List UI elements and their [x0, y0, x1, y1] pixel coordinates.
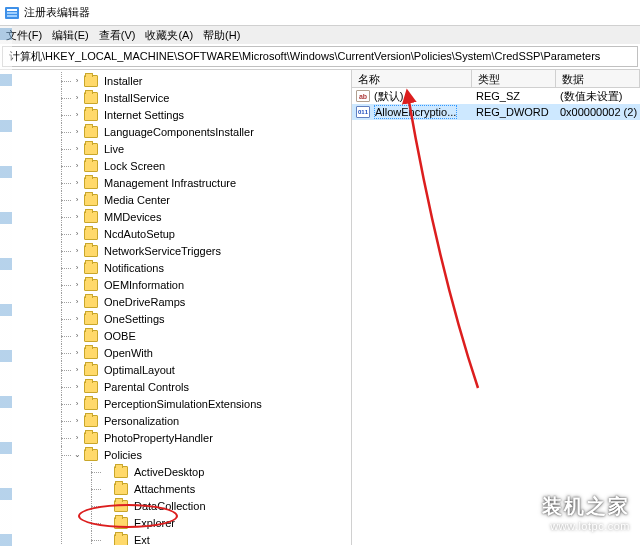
folder-icon — [84, 432, 98, 444]
tree-item[interactable]: ›PhotoPropertyHandler — [72, 429, 351, 446]
tree-item[interactable]: ›Lock Screen — [72, 157, 351, 174]
menu-edit[interactable]: 编辑(E) — [52, 28, 89, 42]
tree-item[interactable]: ActiveDesktop — [102, 463, 351, 480]
tree-item-label: Explorer — [132, 517, 177, 529]
chevron-right-icon[interactable]: › — [72, 399, 82, 409]
chevron-right-icon[interactable]: › — [72, 229, 82, 239]
folder-icon — [84, 75, 98, 87]
titlebar: 注册表编辑器 — [0, 0, 640, 26]
chevron-right-icon[interactable]: › — [72, 161, 82, 171]
chevron-right-icon[interactable]: › — [72, 144, 82, 154]
chevron-right-icon[interactable]: › — [72, 110, 82, 120]
reg-string-icon: ab — [356, 90, 370, 102]
chevron-right-icon[interactable]: › — [72, 416, 82, 426]
chevron-right-icon[interactable]: › — [72, 127, 82, 137]
folder-icon — [84, 347, 98, 359]
chevron-right-icon[interactable]: › — [72, 382, 82, 392]
chevron-right-icon[interactable]: › — [72, 263, 82, 273]
col-header-type[interactable]: 类型 — [472, 70, 556, 87]
menu-file[interactable]: 文件(F) — [6, 28, 42, 42]
value-row[interactable]: 011AllowEncryptio...REG_DWORD0x00000002 … — [352, 104, 640, 120]
tree-item[interactable]: ›NetworkServiceTriggers — [72, 242, 351, 259]
chevron-right-icon[interactable]: › — [72, 93, 82, 103]
chevron-right-icon[interactable]: › — [72, 433, 82, 443]
expander-none — [102, 501, 112, 511]
folder-icon — [84, 245, 98, 257]
chevron-right-icon[interactable]: › — [72, 348, 82, 358]
tree-item[interactable]: ›NcdAutoSetup — [72, 225, 351, 242]
tree-item[interactable]: ›OpenWith — [72, 344, 351, 361]
chevron-right-icon[interactable]: › — [72, 365, 82, 375]
chevron-right-icon[interactable]: › — [72, 212, 82, 222]
folder-icon — [84, 92, 98, 104]
tree-item-label: OOBE — [102, 330, 138, 342]
tree-item[interactable]: DataCollection — [102, 497, 351, 514]
address-bar[interactable]: 计算机\HKEY_LOCAL_MACHINE\SOFTWARE\Microsof… — [2, 46, 638, 67]
tree-item-label: NetworkServiceTriggers — [102, 245, 223, 257]
tree-item[interactable]: ›OneSettings — [72, 310, 351, 327]
chevron-right-icon[interactable]: › — [72, 314, 82, 324]
value-data: 0x00000002 (2) — [556, 106, 640, 118]
tree-item[interactable]: ›InstallService — [72, 89, 351, 106]
tree-item[interactable]: Explorer — [102, 514, 351, 531]
folder-icon — [84, 143, 98, 155]
expander-none — [102, 484, 112, 494]
folder-icon — [84, 279, 98, 291]
chevron-down-icon[interactable]: ⌄ — [72, 450, 82, 460]
tree-item[interactable]: ›LanguageComponentsInstaller — [72, 123, 351, 140]
value-row[interactable]: ab(默认)REG_SZ(数值未设置) — [352, 88, 640, 104]
chevron-right-icon[interactable]: › — [72, 76, 82, 86]
tree-pane[interactable]: ›Installer›InstallService›Internet Setti… — [0, 70, 352, 545]
tree-item[interactable]: ›OOBE — [72, 327, 351, 344]
tree-item-label: OneSettings — [102, 313, 167, 325]
menu-view[interactable]: 查看(V) — [99, 28, 136, 42]
tree-item[interactable]: ›OneDriveRamps — [72, 293, 351, 310]
expander-none — [102, 535, 112, 545]
tree-item[interactable]: ›OptimalLayout — [72, 361, 351, 378]
regedit-icon — [4, 5, 20, 21]
tree-item-label: Live — [102, 143, 126, 155]
chevron-right-icon[interactable]: › — [72, 246, 82, 256]
tree-item-label: InstallService — [102, 92, 171, 104]
chevron-right-icon[interactable]: › — [72, 297, 82, 307]
tree-item[interactable]: Ext — [102, 531, 351, 545]
tree-item[interactable]: Attachments — [102, 480, 351, 497]
tree-item[interactable]: ›Management Infrastructure — [72, 174, 351, 191]
folder-icon — [84, 126, 98, 138]
tree-item[interactable]: ⌄Policies — [72, 446, 351, 463]
menu-help[interactable]: 帮助(H) — [203, 28, 240, 42]
tree-item[interactable]: ›Live — [72, 140, 351, 157]
folder-icon — [84, 330, 98, 342]
tree-item[interactable]: ›MMDevices — [72, 208, 351, 225]
tree-item[interactable]: ›Parental Controls — [72, 378, 351, 395]
tree-item[interactable]: ›OEMInformation — [72, 276, 351, 293]
tree-item[interactable]: ›PerceptionSimulationExtensions — [72, 395, 351, 412]
folder-icon — [84, 449, 98, 461]
col-header-data[interactable]: 数据 — [556, 70, 640, 87]
tree-item[interactable]: ›Personalization — [72, 412, 351, 429]
menu-favorites[interactable]: 收藏夹(A) — [145, 28, 193, 42]
tree-item-label: Lock Screen — [102, 160, 167, 172]
tree-item[interactable]: ›Notifications — [72, 259, 351, 276]
chevron-right-icon[interactable]: › — [72, 195, 82, 205]
folder-icon — [84, 415, 98, 427]
chevron-right-icon[interactable]: › — [72, 178, 82, 188]
tree-item[interactable]: ›Media Center — [72, 191, 351, 208]
reg-dword-icon: 011 — [356, 106, 370, 118]
folder-icon — [84, 160, 98, 172]
expander-none — [102, 467, 112, 477]
chevron-right-icon[interactable]: › — [72, 280, 82, 290]
folder-icon — [114, 500, 128, 512]
expander-none — [102, 518, 112, 528]
folder-icon — [84, 262, 98, 274]
tree-item-label: OptimalLayout — [102, 364, 177, 376]
value-type: REG_SZ — [472, 90, 556, 102]
col-header-name[interactable]: 名称 — [352, 70, 472, 87]
tree-item[interactable]: ›Installer — [72, 72, 351, 89]
chevron-right-icon[interactable]: › — [72, 331, 82, 341]
value-name: (默认) — [374, 89, 403, 104]
tree-item[interactable]: ›Internet Settings — [72, 106, 351, 123]
folder-icon — [84, 364, 98, 376]
tree-item-label: Personalization — [102, 415, 181, 427]
window-title: 注册表编辑器 — [24, 5, 90, 20]
